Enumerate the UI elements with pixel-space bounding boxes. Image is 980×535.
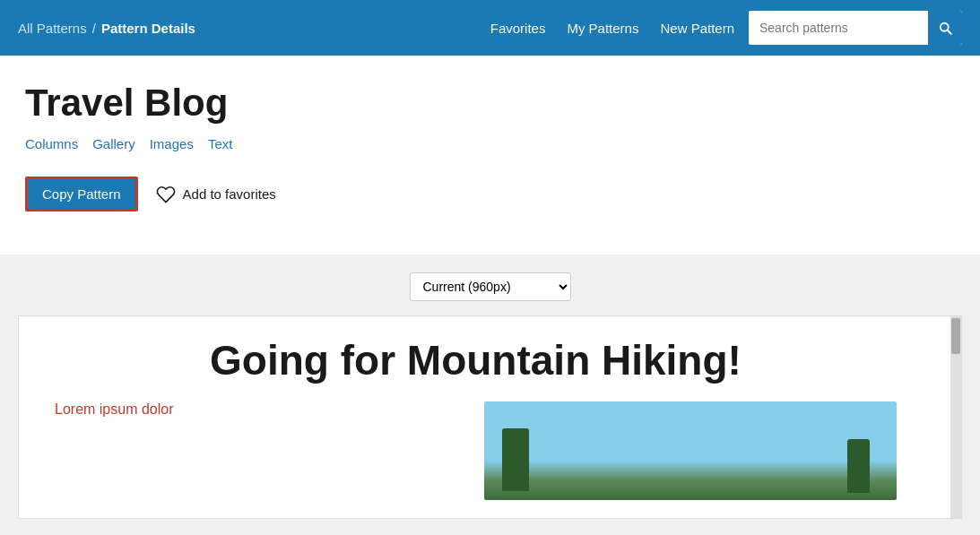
add-favorites-label: Add to favorites	[183, 186, 276, 202]
actions-row: Copy Pattern Add to favorites	[25, 177, 955, 211]
tag-text[interactable]: Text	[208, 136, 233, 151]
preview-content: Going for Mountain Hiking! Lorem ipsum d…	[19, 316, 950, 518]
tag-columns[interactable]: Columns	[25, 136, 78, 151]
scrollbar[interactable]	[950, 316, 961, 518]
viewport-select[interactable]: Current (960px) Mobile (320px) Tablet (7…	[410, 272, 571, 301]
header: All Patterns / Pattern Details Favorites…	[0, 0, 980, 56]
nav-new-pattern[interactable]: New Pattern	[660, 21, 734, 36]
preview-text-normal: Lorem	[55, 401, 100, 417]
breadcrumb-current-page: Pattern Details	[101, 21, 195, 36]
pattern-title: Travel Blog	[25, 82, 955, 124]
search-icon	[937, 20, 953, 36]
nav-favorites[interactable]: Favorites	[490, 21, 546, 36]
main-content: Travel Blog Columns Gallery Images Text …	[0, 56, 980, 255]
copy-pattern-button[interactable]: Copy Pattern	[25, 177, 138, 211]
search-button[interactable]	[928, 11, 962, 45]
tag-images[interactable]: Images	[150, 136, 194, 151]
pattern-tags: Columns Gallery Images Text	[25, 136, 955, 151]
breadcrumb-all-patterns[interactable]: All Patterns	[18, 21, 87, 36]
add-to-favorites-button[interactable]: Add to favorites	[156, 185, 276, 204]
breadcrumb: All Patterns / Pattern Details	[18, 21, 195, 36]
tag-gallery[interactable]: Gallery	[92, 136, 135, 151]
preview-area: Current (960px) Mobile (320px) Tablet (7…	[0, 255, 980, 535]
viewport-select-row: Current (960px) Mobile (320px) Tablet (7…	[18, 272, 962, 301]
heart-icon	[156, 185, 176, 204]
preview-body: Lorem ipsum dolor	[55, 401, 897, 500]
preview-body-text: Lorem ipsum dolor	[55, 401, 466, 418]
search-container	[749, 11, 962, 45]
header-nav: Favorites My Patterns New Pattern	[490, 21, 734, 36]
preview-image	[484, 401, 897, 500]
scrollbar-thumb	[951, 318, 960, 354]
preview-heading: Going for Mountain Hiking!	[55, 338, 897, 384]
search-input[interactable]	[749, 11, 928, 45]
preview-frame: Going for Mountain Hiking! Lorem ipsum d…	[18, 315, 962, 519]
breadcrumb-separator: /	[92, 21, 96, 36]
preview-text-highlight: ipsum dolor	[100, 401, 174, 417]
nav-my-patterns[interactable]: My Patterns	[567, 21, 638, 36]
